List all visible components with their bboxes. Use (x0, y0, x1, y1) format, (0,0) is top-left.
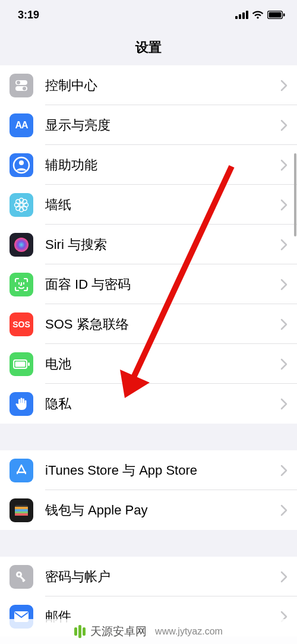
settings-row-itunes-app-store[interactable]: iTunes Store 与 App Store (0, 450, 297, 490)
svg-rect-3 (246, 11, 248, 19)
wallpaper-icon (10, 193, 33, 217)
row-label: 钱包与 Apple Pay (45, 501, 280, 519)
row-label: 隐私 (45, 395, 280, 413)
watermark-logo-icon (74, 625, 86, 638)
row-label: 面容 ID 与密码 (45, 276, 280, 293)
watermark-brand: 天源安卓网 (90, 624, 147, 639)
row-label: iTunes Store 与 App Store (45, 462, 280, 479)
chevron-right-icon (280, 239, 287, 251)
svg-point-34 (18, 573, 20, 576)
chevron-right-icon (280, 318, 287, 330)
scrollbar[interactable] (294, 153, 296, 236)
row-label: 电池 (45, 355, 280, 373)
accessibility-icon (10, 153, 33, 177)
svg-rect-1 (239, 14, 241, 19)
svg-rect-30 (15, 509, 28, 512)
chevron-right-icon (280, 119, 287, 131)
row-label: 密码与帐户 (45, 568, 280, 586)
svg-point-8 (17, 81, 20, 84)
settings-row-accessibility[interactable]: 辅助功能 (0, 145, 297, 185)
group-gap (0, 424, 297, 450)
privacy-icon (10, 392, 33, 416)
battery-icon (10, 352, 33, 376)
status-icons (235, 11, 285, 19)
wifi-icon (252, 11, 264, 19)
settings-group: 控制中心 AA 显示与亮度 辅助功能 墙纸 Siri 与搜索 面容 ID 与密码… (0, 65, 297, 424)
svg-point-12 (19, 160, 24, 165)
svg-point-22 (14, 238, 29, 252)
chevron-right-icon (280, 504, 287, 516)
settings-row-siri-search[interactable]: Siri 与搜索 (0, 225, 297, 264)
settings-row-sos[interactable]: SOS SOS 紧急联络 (0, 304, 297, 344)
svg-rect-5 (269, 12, 282, 18)
svg-rect-0 (235, 16, 238, 19)
watermark-url: www.jytyaz.com (155, 626, 223, 637)
svg-rect-29 (15, 507, 28, 509)
faceid-passcode-icon (10, 273, 33, 296)
chevron-right-icon (280, 159, 287, 171)
control-center-icon (10, 74, 33, 97)
settings-row-passwords-accounts[interactable]: 密码与帐户 (0, 557, 297, 596)
siri-search-icon (10, 233, 33, 257)
svg-rect-27 (28, 362, 30, 366)
settings-row-wallet-pay[interactable]: 钱包与 Apple Pay (0, 490, 297, 530)
wallet-pay-icon (10, 498, 33, 522)
settings-list[interactable]: 控制中心 AA 显示与亮度 辅助功能 墙纸 Siri 与搜索 面容 ID 与密码… (0, 65, 297, 636)
settings-row-battery[interactable]: 电池 (0, 344, 297, 384)
cellular-icon (235, 11, 248, 19)
status-time: 3:19 (18, 9, 39, 21)
svg-rect-32 (15, 513, 28, 516)
svg-point-13 (20, 203, 23, 207)
page-title: 设置 (135, 39, 162, 56)
group-gap (0, 530, 297, 557)
svg-rect-6 (283, 14, 285, 17)
sos-icon: SOS (10, 312, 33, 336)
row-label: 控制中心 (45, 77, 280, 94)
chevron-right-icon (280, 571, 287, 583)
svg-rect-26 (15, 361, 26, 367)
settings-row-control-center[interactable]: 控制中心 (0, 65, 297, 105)
passwords-accounts-icon (10, 565, 33, 589)
settings-group: iTunes Store 与 App Store 钱包与 Apple Pay (0, 450, 297, 530)
battery-icon (267, 11, 285, 19)
chevron-right-icon (280, 199, 287, 211)
display-brightness-icon: AA (10, 113, 33, 137)
settings-row-faceid-passcode[interactable]: 面容 ID 与密码 (0, 264, 297, 304)
chevron-right-icon (280, 465, 287, 476)
chevron-right-icon (280, 398, 287, 410)
svg-point-10 (23, 87, 26, 90)
row-label: 显示与亮度 (45, 116, 280, 134)
watermark: 天源安卓网 www.jytyaz.com (0, 619, 297, 644)
status-bar: 3:19 (0, 0, 297, 30)
itunes-app-store-icon (10, 459, 33, 482)
header: 设置 (0, 30, 297, 65)
row-label: SOS 紧急联络 (45, 315, 280, 333)
chevron-right-icon (280, 358, 287, 370)
settings-row-wallpaper[interactable]: 墙纸 (0, 185, 297, 225)
chevron-right-icon (280, 80, 287, 91)
svg-rect-2 (242, 12, 245, 19)
row-label: 辅助功能 (45, 156, 280, 174)
settings-row-privacy[interactable]: 隐私 (0, 384, 297, 424)
settings-row-display-brightness[interactable]: AA 显示与亮度 (0, 105, 297, 145)
chevron-right-icon (280, 279, 287, 291)
row-label: Siri 与搜索 (45, 236, 280, 254)
row-label: 墙纸 (45, 196, 280, 214)
